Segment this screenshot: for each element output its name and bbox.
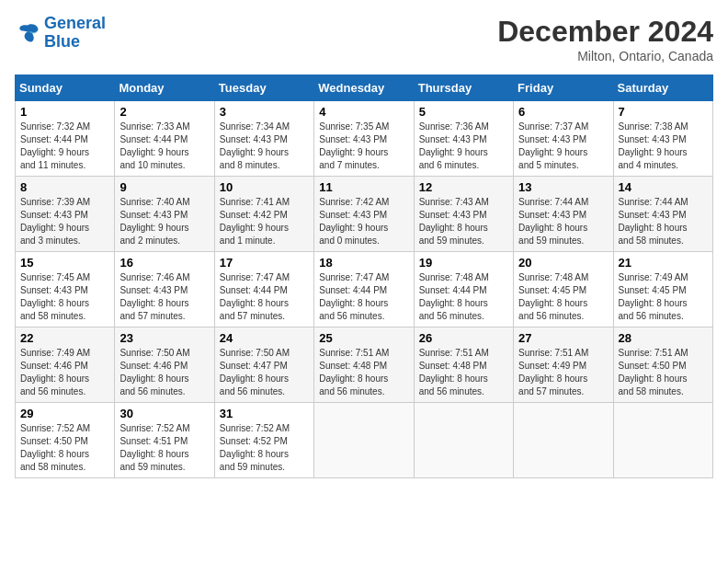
calendar-cell: 30Sunrise: 7:52 AM Sunset: 4:51 PM Dayli…: [115, 403, 214, 478]
day-number: 16: [119, 256, 209, 270]
day-info: Sunrise: 7:49 AM Sunset: 4:46 PM Dayligh…: [20, 347, 109, 398]
calendar-header-row: SundayMondayTuesdayWednesdayThursdayFrid…: [16, 75, 713, 101]
day-header-sunday: Sunday: [16, 75, 115, 101]
logo-text: General Blue: [44, 15, 106, 52]
calendar-cell: 12Sunrise: 7:43 AM Sunset: 4:43 PM Dayli…: [414, 177, 513, 252]
day-info: Sunrise: 7:41 AM Sunset: 4:42 PM Dayligh…: [220, 196, 309, 247]
calendar-cell: 24Sunrise: 7:50 AM Sunset: 4:47 PM Dayli…: [214, 327, 313, 403]
calendar-cell: 22Sunrise: 7:49 AM Sunset: 4:46 PM Dayli…: [16, 327, 115, 403]
day-number: 4: [319, 105, 408, 119]
day-info: Sunrise: 7:43 AM Sunset: 4:43 PM Dayligh…: [419, 196, 508, 247]
day-number: 26: [419, 331, 508, 345]
day-number: 19: [419, 256, 508, 270]
day-number: 11: [319, 180, 408, 194]
day-number: 3: [220, 105, 309, 119]
day-info: Sunrise: 7:44 AM Sunset: 4:43 PM Dayligh…: [518, 196, 608, 247]
day-number: 13: [518, 180, 608, 194]
day-info: Sunrise: 7:47 AM Sunset: 4:44 PM Dayligh…: [220, 271, 309, 323]
calendar-cell: 29Sunrise: 7:52 AM Sunset: 4:50 PM Dayli…: [16, 403, 115, 478]
day-number: 7: [619, 105, 708, 119]
day-info: Sunrise: 7:50 AM Sunset: 4:47 PM Dayligh…: [220, 347, 309, 398]
day-info: Sunrise: 7:39 AM Sunset: 4:43 PM Dayligh…: [20, 196, 109, 247]
calendar-cell: 15Sunrise: 7:45 AM Sunset: 4:43 PM Dayli…: [16, 252, 115, 327]
day-info: Sunrise: 7:51 AM Sunset: 4:49 PM Dayligh…: [518, 347, 608, 398]
day-info: Sunrise: 7:32 AM Sunset: 4:44 PM Dayligh…: [20, 121, 109, 172]
day-number: 21: [619, 256, 708, 270]
day-info: Sunrise: 7:37 AM Sunset: 4:43 PM Dayligh…: [518, 121, 608, 172]
calendar-cell: 4Sunrise: 7:35 AM Sunset: 4:43 PM Daylig…: [314, 101, 414, 177]
day-header-monday: Monday: [115, 75, 214, 101]
day-number: 1: [20, 105, 109, 119]
calendar-cell: 8Sunrise: 7:39 AM Sunset: 4:43 PM Daylig…: [16, 177, 115, 252]
calendar-cell: [314, 403, 414, 478]
day-info: Sunrise: 7:35 AM Sunset: 4:43 PM Dayligh…: [319, 121, 408, 172]
calendar-cell: 19Sunrise: 7:48 AM Sunset: 4:44 PM Dayli…: [414, 252, 513, 327]
day-number: 31: [220, 407, 309, 420]
day-number: 8: [20, 180, 109, 194]
day-info: Sunrise: 7:52 AM Sunset: 4:50 PM Dayligh…: [20, 422, 109, 474]
day-header-tuesday: Tuesday: [214, 75, 313, 101]
day-header-saturday: Saturday: [613, 75, 712, 101]
day-number: 10: [220, 180, 309, 194]
calendar-cell: 25Sunrise: 7:51 AM Sunset: 4:48 PM Dayli…: [314, 327, 414, 403]
calendar-cell: 21Sunrise: 7:49 AM Sunset: 4:45 PM Dayli…: [613, 252, 712, 327]
day-info: Sunrise: 7:51 AM Sunset: 4:48 PM Dayligh…: [419, 347, 508, 398]
day-header-thursday: Thursday: [414, 75, 513, 101]
day-number: 28: [619, 331, 708, 345]
day-number: 5: [419, 105, 508, 119]
day-info: Sunrise: 7:42 AM Sunset: 4:43 PM Dayligh…: [319, 196, 408, 247]
calendar-cell: 9Sunrise: 7:40 AM Sunset: 4:43 PM Daylig…: [115, 177, 214, 252]
calendar-cell: 10Sunrise: 7:41 AM Sunset: 4:42 PM Dayli…: [214, 177, 313, 252]
day-header-wednesday: Wednesday: [314, 75, 414, 101]
day-number: 15: [20, 256, 109, 270]
calendar-cell: 1Sunrise: 7:32 AM Sunset: 4:44 PM Daylig…: [16, 101, 115, 177]
day-number: 27: [518, 331, 608, 345]
calendar-table: SundayMondayTuesdayWednesdayThursdayFrid…: [15, 75, 713, 478]
calendar-cell: 5Sunrise: 7:36 AM Sunset: 4:43 PM Daylig…: [414, 101, 513, 177]
day-number: 18: [319, 256, 408, 270]
logo-icon: [15, 20, 40, 46]
calendar-cell: 16Sunrise: 7:46 AM Sunset: 4:43 PM Dayli…: [115, 252, 214, 327]
calendar-cell: [514, 403, 613, 478]
day-number: 9: [119, 180, 209, 194]
calendar-cell: 23Sunrise: 7:50 AM Sunset: 4:46 PM Dayli…: [115, 327, 214, 403]
calendar-cell: 18Sunrise: 7:47 AM Sunset: 4:44 PM Dayli…: [314, 252, 414, 327]
day-header-friday: Friday: [514, 75, 613, 101]
day-number: 25: [319, 331, 408, 345]
day-number: 17: [220, 256, 309, 270]
day-info: Sunrise: 7:45 AM Sunset: 4:43 PM Dayligh…: [20, 271, 109, 323]
calendar-cell: 20Sunrise: 7:48 AM Sunset: 4:45 PM Dayli…: [514, 252, 613, 327]
calendar-cell: 7Sunrise: 7:38 AM Sunset: 4:43 PM Daylig…: [613, 101, 712, 177]
day-number: 20: [518, 256, 608, 270]
day-info: Sunrise: 7:44 AM Sunset: 4:43 PM Dayligh…: [619, 196, 708, 247]
calendar-cell: 31Sunrise: 7:52 AM Sunset: 4:52 PM Dayli…: [214, 403, 313, 478]
day-info: Sunrise: 7:52 AM Sunset: 4:52 PM Dayligh…: [220, 422, 309, 474]
day-number: 6: [518, 105, 608, 119]
calendar-cell: 11Sunrise: 7:42 AM Sunset: 4:43 PM Dayli…: [314, 177, 414, 252]
day-info: Sunrise: 7:47 AM Sunset: 4:44 PM Dayligh…: [319, 271, 408, 323]
day-number: 30: [119, 407, 209, 420]
day-info: Sunrise: 7:46 AM Sunset: 4:43 PM Dayligh…: [119, 271, 209, 323]
calendar-cell: [613, 403, 712, 478]
location: Milton, Ontario, Canada: [497, 49, 713, 63]
calendar-cell: 2Sunrise: 7:33 AM Sunset: 4:44 PM Daylig…: [115, 101, 214, 177]
day-number: 24: [220, 331, 309, 345]
calendar-cell: 14Sunrise: 7:44 AM Sunset: 4:43 PM Dayli…: [613, 177, 712, 252]
day-number: 23: [119, 331, 209, 345]
month-title: December 2024: [497, 15, 713, 49]
calendar-cell: 3Sunrise: 7:34 AM Sunset: 4:43 PM Daylig…: [214, 101, 313, 177]
day-info: Sunrise: 7:50 AM Sunset: 4:46 PM Dayligh…: [119, 347, 209, 398]
day-info: Sunrise: 7:34 AM Sunset: 4:43 PM Dayligh…: [220, 121, 309, 172]
calendar-cell: [414, 403, 513, 478]
day-info: Sunrise: 7:36 AM Sunset: 4:43 PM Dayligh…: [419, 121, 508, 172]
day-number: 29: [20, 407, 109, 420]
day-number: 2: [119, 105, 209, 119]
calendar-cell: 28Sunrise: 7:51 AM Sunset: 4:50 PM Dayli…: [613, 327, 712, 403]
day-info: Sunrise: 7:33 AM Sunset: 4:44 PM Dayligh…: [119, 121, 209, 172]
day-number: 14: [619, 180, 708, 194]
day-info: Sunrise: 7:38 AM Sunset: 4:43 PM Dayligh…: [619, 121, 708, 172]
calendar-cell: 6Sunrise: 7:37 AM Sunset: 4:43 PM Daylig…: [514, 101, 613, 177]
day-number: 22: [20, 331, 109, 345]
title-block: December 2024 Milton, Ontario, Canada: [497, 15, 713, 63]
day-info: Sunrise: 7:49 AM Sunset: 4:45 PM Dayligh…: [619, 271, 708, 323]
